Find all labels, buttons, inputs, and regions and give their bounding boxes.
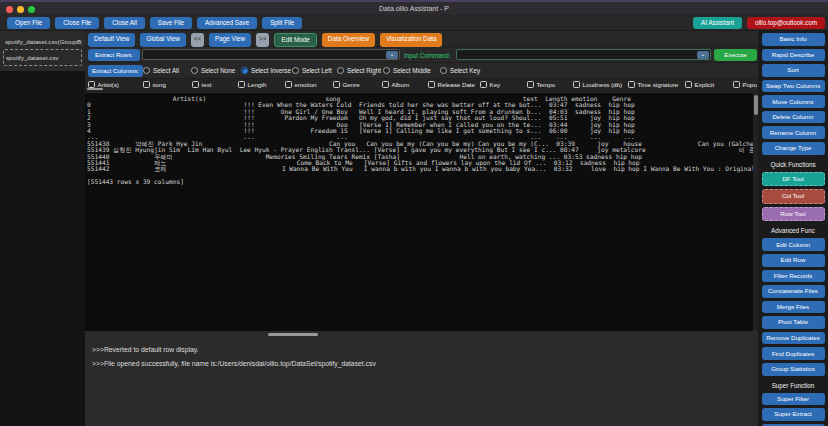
panel-button-concatenate-files[interactable]: Concatenate Files bbox=[762, 285, 825, 298]
panel-button-delete-column[interactable]: Delete Column bbox=[762, 111, 825, 124]
extract-columns-button[interactable]: Extract Columns: bbox=[88, 65, 143, 77]
checkbox-unchecked-icon[interactable] bbox=[143, 81, 150, 88]
panel-button-sort[interactable]: Sort bbox=[762, 64, 825, 77]
table-vscroll-thumb[interactable] bbox=[754, 95, 758, 115]
views-button-page-view[interactable]: Page View bbox=[209, 33, 251, 47]
checkbox-unchecked-icon[interactable] bbox=[685, 81, 692, 88]
panel-button-move-columns[interactable]: Move Columns bbox=[762, 95, 825, 108]
radio-option-select-all[interactable]: Select All bbox=[143, 67, 179, 74]
panel-button-merge-files[interactable]: Merge Files bbox=[762, 301, 825, 314]
toolbar-button-advanced-save[interactable]: Advanced Save bbox=[197, 17, 257, 29]
column-checkbox-length[interactable]: Length bbox=[238, 81, 266, 88]
toolbar-button-open-file[interactable]: Open File bbox=[7, 17, 50, 29]
panel-button-swap-two-columns[interactable]: Swap Two Columns bbox=[762, 80, 825, 93]
column-checkbox-popu[interactable]: Popu bbox=[733, 81, 757, 88]
views-button-visualization-data[interactable]: Visualization Data bbox=[380, 33, 442, 47]
panel-button-row-tool[interactable]: Row Tool bbox=[762, 207, 825, 222]
radio-option-select-inverse[interactable]: Select Inverse bbox=[241, 67, 291, 74]
chevron-down-icon[interactable]: ⌄ bbox=[386, 51, 398, 59]
column-checkbox-loudness-db[interactable]: Loudness (db) bbox=[573, 81, 622, 88]
checkbox-unchecked-icon[interactable] bbox=[238, 81, 245, 88]
main-toolbar: Open FileClose FileClose AllSave FileAdv… bbox=[0, 14, 828, 31]
radio-unselected-icon[interactable] bbox=[337, 67, 344, 74]
radio-label-select-right: Select Right bbox=[347, 67, 381, 74]
views-button-edit-mode[interactable]: Edit Mode bbox=[274, 33, 316, 47]
radio-label-select-key: Select Key bbox=[450, 67, 480, 74]
checkbox-unchecked-icon[interactable] bbox=[285, 81, 292, 88]
column-checkbox-key[interactable]: Key bbox=[480, 81, 500, 88]
toolbar-button-save-file[interactable]: Save File bbox=[150, 17, 192, 29]
account-button[interactable]: olllo.top@outlook.com bbox=[747, 17, 825, 29]
panel-button-super-extract[interactable]: Super Extract bbox=[762, 408, 825, 421]
column-checkbox-emotion[interactable]: emotion bbox=[285, 81, 317, 88]
checkbox-unchecked-icon[interactable] bbox=[428, 81, 435, 88]
toolbar-button-close-all[interactable]: Close All bbox=[104, 17, 145, 29]
input-command-label: Input Command: bbox=[404, 52, 451, 59]
checkbox-unchecked-icon[interactable] bbox=[192, 81, 199, 88]
panel-button-group-statistics[interactable]: Group Statistics bbox=[762, 363, 825, 376]
panel-button-find-duplicates[interactable]: Find Duplicates bbox=[762, 347, 825, 360]
column-checkbox-genre[interactable]: Genre bbox=[333, 81, 360, 88]
toolbar-button-split-file[interactable]: Split File bbox=[262, 17, 302, 29]
panel-button-remove-duplicates[interactable]: Remove Duplicates bbox=[762, 332, 825, 345]
file-item-spotify-dataset-csv-groupby[interactable]: spotify_dataset.csv(GroupBy) bbox=[3, 35, 82, 48]
toolbar-button-close-file[interactable]: Close File bbox=[55, 17, 99, 29]
column-checkbox-time-signature[interactable]: Time signature bbox=[628, 81, 678, 88]
panel-button-filter-records[interactable]: Filter Records bbox=[762, 270, 825, 283]
radio-unselected-icon[interactable] bbox=[191, 67, 198, 74]
panel-button-change-type[interactable]: Change Type bbox=[762, 142, 825, 155]
radio-selected-icon[interactable] bbox=[241, 67, 248, 74]
input-command-field[interactable]: ⌄ bbox=[456, 49, 711, 60]
panel-button-rename-column[interactable]: Rename Column bbox=[762, 126, 825, 139]
table-horizontal-scrollbar[interactable] bbox=[85, 331, 758, 338]
checkbox-unchecked-icon[interactable] bbox=[333, 81, 340, 88]
column-checkbox-artist-s[interactable]: Artist(s) bbox=[88, 81, 119, 88]
checkbox-unchecked-icon[interactable] bbox=[628, 81, 635, 88]
views-button-global-view[interactable]: Global View bbox=[140, 33, 186, 47]
radio-unselected-icon[interactable] bbox=[292, 67, 299, 74]
section-title-super-function: Super Function bbox=[772, 379, 815, 390]
views-button-data-overview[interactable]: Data Overview bbox=[322, 33, 375, 47]
column-checkbox-song[interactable]: song bbox=[143, 81, 166, 88]
views-button-[interactable]: << bbox=[191, 33, 204, 47]
ai-assistant-button[interactable]: AI Assistant bbox=[693, 17, 742, 29]
column-checkbox-explicit[interactable]: Explicit bbox=[685, 81, 714, 88]
panel-button-pivot-table[interactable]: Pivot Table bbox=[762, 316, 825, 329]
radio-option-select-key[interactable]: Select Key bbox=[440, 67, 480, 74]
checkbox-unchecked-icon[interactable] bbox=[382, 81, 389, 88]
checkbox-unchecked-icon[interactable] bbox=[527, 81, 534, 88]
radio-option-select-right[interactable]: Select Right bbox=[337, 67, 381, 74]
radio-unselected-icon[interactable] bbox=[143, 67, 150, 74]
radio-unselected-icon[interactable] bbox=[383, 67, 390, 74]
radio-option-select-middle[interactable]: Select Middle bbox=[383, 67, 431, 74]
checkbox-unchecked-icon[interactable] bbox=[88, 81, 95, 88]
views-button-[interactable]: >> bbox=[256, 33, 269, 47]
panel-button-col-tool[interactable]: Col Tool bbox=[762, 189, 825, 204]
checkbox-unchecked-icon[interactable] bbox=[573, 81, 580, 88]
radio-option-select-none[interactable]: Select None bbox=[191, 67, 235, 74]
column-checkbox-album[interactable]: Album bbox=[382, 81, 409, 88]
table-hscroll-thumb[interactable] bbox=[268, 333, 318, 337]
panel-button-edit-column[interactable]: Edit Column bbox=[762, 238, 825, 251]
toolbar-right-group: AI Assistant olllo.top@outlook.com bbox=[693, 17, 825, 29]
chevron-down-icon[interactable]: ⌄ bbox=[697, 51, 709, 59]
radio-option-select-left[interactable]: Select Left bbox=[292, 67, 332, 74]
checkbox-unchecked-icon[interactable] bbox=[733, 81, 740, 88]
panel-button-rapid-describe[interactable]: Rapid Describe bbox=[762, 49, 825, 62]
panel-button-super-filter[interactable]: Super Filter bbox=[762, 393, 825, 406]
file-item-spotify-dataset-csv[interactable]: spotify_dataset.csv bbox=[3, 49, 82, 66]
panel-button-df-tool[interactable]: DF Tool bbox=[762, 172, 825, 187]
execute-button[interactable]: Execute bbox=[714, 49, 757, 61]
column-checkbox-tempo[interactable]: Tempo bbox=[527, 81, 555, 88]
checkbox-unchecked-icon[interactable] bbox=[480, 81, 487, 88]
views-button-default-view[interactable]: Default View bbox=[88, 33, 135, 47]
panel-button-edit-row[interactable]: Edit Row bbox=[762, 254, 825, 267]
extract-rows-input[interactable]: ⌄ bbox=[142, 49, 400, 60]
extract-rows-button[interactable]: Extract Rows: bbox=[88, 49, 140, 61]
main-content: Default ViewGlobal View<<Page View>>Edit… bbox=[85, 31, 758, 426]
column-checkbox-release-date[interactable]: Release Date bbox=[428, 81, 475, 88]
column-checkbox-text[interactable]: text bbox=[192, 81, 211, 88]
radio-unselected-icon[interactable] bbox=[440, 67, 447, 74]
window-title: Data.olllo Assistant - P bbox=[0, 5, 828, 12]
panel-button-basic-info[interactable]: Basic Info bbox=[762, 33, 825, 46]
